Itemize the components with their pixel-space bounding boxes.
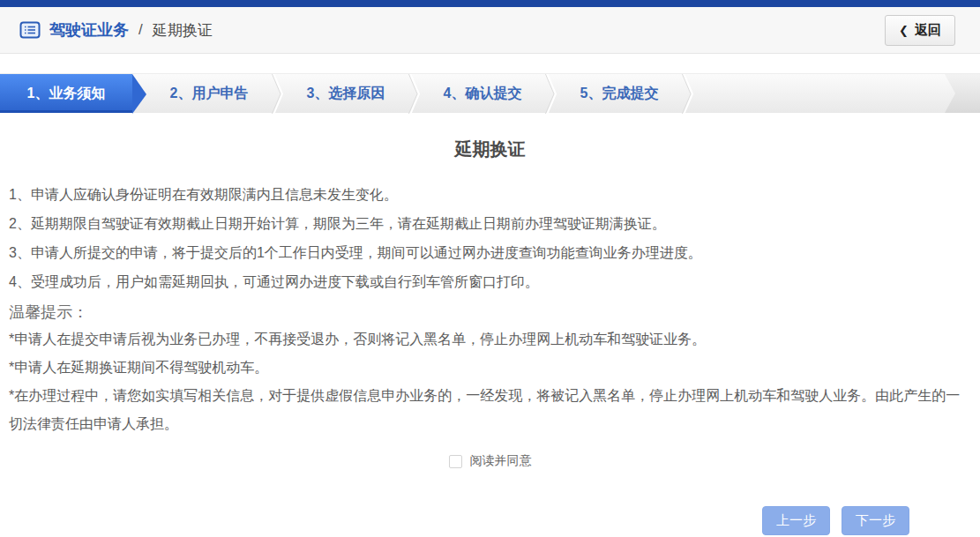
step-4-confirm-submit: 4、确认提交 xyxy=(420,74,545,113)
breadcrumb-business-link[interactable]: 驾驶证业务 xyxy=(49,19,129,41)
back-chevron-icon: ❮ xyxy=(899,24,909,37)
step-2-user-declaration: 2、用户申告 xyxy=(146,74,272,113)
top-accent-bar xyxy=(0,0,980,7)
step-bar-tail xyxy=(945,74,980,113)
notice-item: 1、申请人应确认身份证明在有效期限满内且信息未发生变化。 xyxy=(9,180,971,209)
step-label: 1、业务须知 xyxy=(27,85,106,103)
agree-row: 阅读并同意 xyxy=(9,453,971,469)
breadcrumb: 驾驶证业务 / 延期换证 xyxy=(19,19,213,41)
back-button[interactable]: ❮ 返回 xyxy=(885,15,955,46)
step-3-select-reason: 3、选择原因 xyxy=(283,74,408,113)
step-separator-icon xyxy=(408,74,420,114)
step-1-business-notice: 1、业务须知 xyxy=(0,74,132,113)
step-wizard: 1、业务须知 2、用户申告 3、选择原因 4、确认提交 5、完成提交 xyxy=(0,73,980,113)
step-label: 4、确认提交 xyxy=(444,85,522,103)
page-title: 延期换证 xyxy=(9,138,971,161)
notice-item: 3、申请人所提交的申请，将于提交后的1个工作日内受理，期间可以通过网办进度查询功… xyxy=(9,238,971,267)
notice-item: 4、受理成功后，用户如需延期回执，可通过网办进度下载或自行到车管所窗口打印。 xyxy=(9,267,971,296)
step-separator-icon xyxy=(682,74,693,114)
tip-item: *申请人在提交申请后视为业务已办理，不再接受退办，否则将记入黑名单，停止办理网上… xyxy=(9,325,971,354)
next-step-button[interactable]: 下一步 xyxy=(842,506,909,535)
breadcrumb-separator: / xyxy=(138,21,143,39)
tips-title: 温馨提示： xyxy=(9,299,971,325)
notice-content: 延期换证 1、申请人应确认身份证明在有效期限满内且信息未发生变化。 2、延期期限… xyxy=(0,138,980,469)
agree-label: 阅读并同意 xyxy=(470,453,532,469)
tip-item: *在办理过程中，请您如实填写相关信息，对于提供虚假信息申办业务的，一经发现，将被… xyxy=(9,382,971,438)
step-label: 2、用户申告 xyxy=(170,85,249,103)
step-separator-icon xyxy=(272,74,283,114)
back-button-label: 返回 xyxy=(915,22,941,39)
prev-step-button[interactable]: 上一步 xyxy=(762,506,830,535)
wizard-nav-footer: 上一步 下一步 xyxy=(0,506,980,535)
notice-item: 2、延期期限自驾驶证有效期截止日期开始计算，期限为三年，请在延期截止日期前办理驾… xyxy=(9,209,971,238)
agree-checkbox[interactable] xyxy=(449,455,462,468)
step-bar-filler xyxy=(693,74,945,113)
license-business-icon xyxy=(19,21,41,39)
step-separator-icon xyxy=(545,74,557,114)
breadcrumb-current-page: 延期换证 xyxy=(153,20,213,41)
step-label: 5、完成提交 xyxy=(580,85,659,103)
step-label: 3、选择原因 xyxy=(307,85,385,103)
tip-item: *申请人在延期换证期间不得驾驶机动车。 xyxy=(9,354,971,382)
step-5-complete-submit: 5、完成提交 xyxy=(557,74,682,113)
page-header: 驾驶证业务 / 延期换证 ❮ 返回 xyxy=(0,7,980,54)
